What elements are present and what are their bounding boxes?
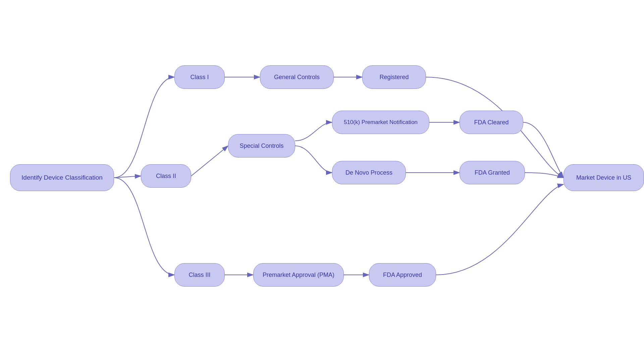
diagram-container: Identify Device Classification Class I C… bbox=[0, 0, 644, 362]
node-denovo: De Novo Process bbox=[332, 161, 406, 184]
node-class3: Class III bbox=[174, 263, 225, 287]
node-identify: Identify Device Classification bbox=[10, 164, 114, 191]
node-fda-granted: FDA Granted bbox=[460, 161, 525, 184]
node-fda-approved: FDA Approved bbox=[369, 263, 436, 287]
node-registered: Registered bbox=[362, 65, 426, 89]
node-pma: Premarket Approval (PMA) bbox=[253, 263, 344, 287]
node-market: Market Device in US bbox=[564, 164, 644, 191]
node-class2: Class II bbox=[141, 164, 191, 188]
node-class1: Class I bbox=[174, 65, 225, 89]
node-special: Special Controls bbox=[228, 134, 295, 158]
node-510k: 510(k) Premarket Notification bbox=[332, 111, 429, 134]
node-general: General Controls bbox=[260, 65, 334, 89]
node-fda-cleared: FDA Cleared bbox=[460, 111, 523, 134]
